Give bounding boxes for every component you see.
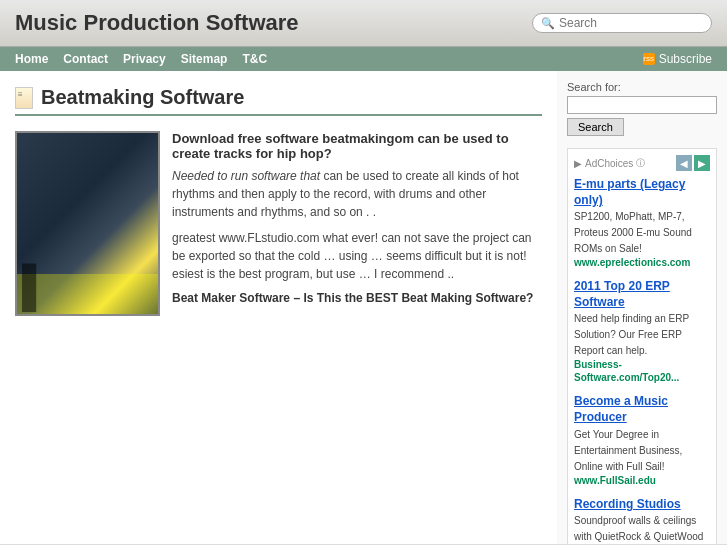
page-heading: Beatmaking Software: [15, 86, 542, 116]
main-wrapper: Beatmaking Software Download free softwa…: [0, 71, 727, 545]
ad-2-title[interactable]: 2011 Top 20 ERP Software: [574, 279, 710, 310]
ad-prev-button[interactable]: ◀: [676, 155, 692, 171]
sidebar-search-button[interactable]: Search: [567, 118, 624, 136]
ad-box: ▶ AdChoices ⓘ ◀ ▶ E-mu parts (Legacy onl…: [567, 148, 717, 545]
page-icon: [15, 87, 33, 109]
article-image: [15, 131, 160, 316]
article-subheading: Beat Maker Software – Is This the BEST B…: [172, 291, 542, 305]
ad-3-url[interactable]: www.FullSail.edu: [574, 474, 710, 487]
ad-3-title[interactable]: Become a Music Producer: [574, 394, 710, 425]
article-paragraph2: greatest www.FLstudio.com what ever! can…: [172, 229, 542, 283]
sidebar-search-label: Search for:: [567, 81, 717, 93]
article-paragraph1: Needed to run software that can be used …: [172, 167, 542, 221]
search-box[interactable]: 🔍: [532, 13, 712, 33]
article-text: Download free software beatmakingom can …: [172, 131, 542, 316]
page-title: Beatmaking Software: [41, 86, 244, 109]
ad-2-url[interactable]: Business-Software.com/Top20...: [574, 358, 710, 384]
ad-header: ▶ AdChoices ⓘ ◀ ▶: [574, 155, 710, 171]
content-wrapper: Beatmaking Software Download free softwa…: [0, 71, 557, 545]
ad-4-desc: Soundproof walls & ceilings with QuietRo…: [574, 515, 703, 545]
article-body: Download free software beatmakingom can …: [15, 131, 542, 316]
subscribe-link[interactable]: rss Subscribe: [643, 52, 712, 66]
nav-tc[interactable]: T&C: [242, 52, 267, 66]
ad-arrow-bullet: ▶: [574, 158, 582, 169]
ad-1-url[interactable]: www.eprelectionics.com: [574, 256, 710, 269]
nav-privacy[interactable]: Privacy: [123, 52, 166, 66]
nav-contact[interactable]: Contact: [63, 52, 108, 66]
ad-next-button[interactable]: ▶: [694, 155, 710, 171]
subscribe-label: Subscribe: [659, 52, 712, 66]
search-input[interactable]: [559, 16, 709, 30]
ad-2-desc: Need help finding an ERP Solution? Our F…: [574, 313, 689, 356]
site-header: Music Production Software 🔍: [0, 0, 727, 47]
ad-4-title[interactable]: Recording Studios: [574, 497, 710, 513]
ad-choices-icon: ⓘ: [636, 157, 645, 170]
ad-1-desc: SP1200, MoPhatt, MP-7, Proteus 2000 E-mu…: [574, 211, 692, 254]
sidebar-search: Search for: Search: [567, 81, 717, 136]
site-title: Music Production Software: [15, 10, 299, 36]
rss-icon: rss: [643, 53, 655, 65]
ad-3-desc: Get Your Degree in Entertainment Busines…: [574, 429, 682, 472]
article-title: Download free software beatmakingom can …: [172, 131, 542, 161]
ad-choices-label: AdChoices: [585, 158, 633, 169]
ad-item-1: E-mu parts (Legacy only) SP1200, MoPhatt…: [574, 177, 710, 269]
search-icon: 🔍: [541, 17, 555, 30]
ad-item-2: 2011 Top 20 ERP Software Need help findi…: [574, 279, 710, 384]
ad-item-3: Become a Music Producer Get Your Degree …: [574, 394, 710, 486]
sidebar: Search for: Search ▶ AdChoices ⓘ ◀ ▶ E-m…: [557, 71, 727, 545]
nav-links: Home Contact Privacy Sitemap T&C: [15, 52, 267, 66]
nav-home[interactable]: Home: [15, 52, 48, 66]
nav-sitemap[interactable]: Sitemap: [181, 52, 228, 66]
ad-nav: ◀ ▶: [676, 155, 710, 171]
ad-label: ▶ AdChoices ⓘ: [574, 157, 645, 170]
nav-bar: Home Contact Privacy Sitemap T&C rss Sub…: [0, 47, 727, 71]
content-area: Beatmaking Software Download free softwa…: [0, 71, 557, 545]
ad-1-title[interactable]: E-mu parts (Legacy only): [574, 177, 710, 208]
ad-item-4: Recording Studios Soundproof walls & cei…: [574, 497, 710, 545]
article-italic: Needed to run software that: [172, 169, 320, 183]
sidebar-search-input[interactable]: [567, 96, 717, 114]
